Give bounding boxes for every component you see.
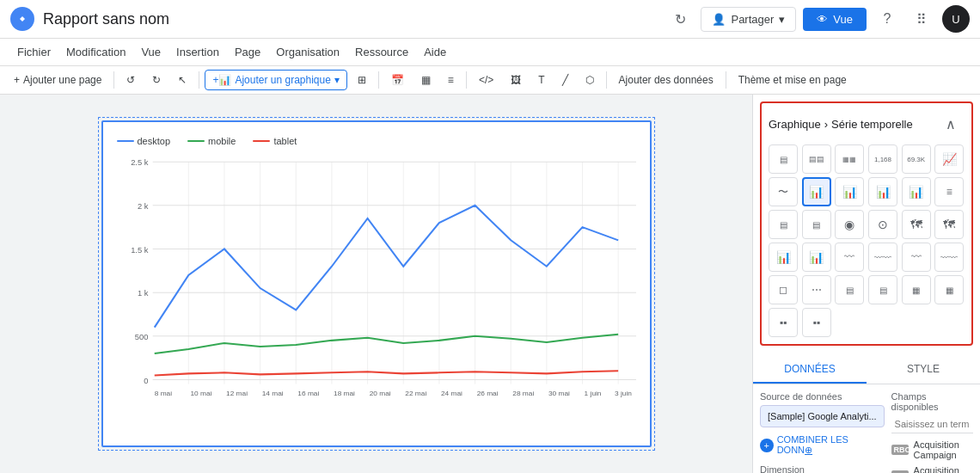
code-tool[interactable]: </> xyxy=(472,71,500,89)
apps-button[interactable]: ⠿ xyxy=(908,5,935,33)
menu-modification[interactable]: Modification xyxy=(59,42,132,62)
app-logo xyxy=(10,7,34,31)
share-dropdown-icon: ▾ xyxy=(779,13,785,26)
chart-type-pivot2[interactable]: ▤ xyxy=(868,275,897,304)
chart-type-donut[interactable]: ⊙ xyxy=(868,210,897,239)
help-button[interactable]: ? xyxy=(873,5,901,33)
image-tool[interactable]: 🖼 xyxy=(504,71,528,89)
chart-type-hbar-stacked[interactable]: ▪▪ xyxy=(802,308,831,337)
combine-label: COMBINER LES DONN⊕ xyxy=(777,434,885,456)
tab-style[interactable]: STYLE xyxy=(867,356,980,384)
separator-6 xyxy=(726,71,726,89)
chart-type-indicator[interactable]: 1,168 xyxy=(868,144,897,174)
chart-type-formatted2[interactable]: ▦ xyxy=(934,275,964,304)
line-tool[interactable]: ╱ xyxy=(555,71,575,89)
svg-text:1 k: 1 k xyxy=(137,289,148,298)
chart-type-timeseries[interactable]: 📈 xyxy=(934,144,964,174)
chart-type-multiline[interactable]: 〰 xyxy=(835,243,864,272)
add-chart-button[interactable]: +📊 Ajouter un graphique ▾ xyxy=(205,70,346,90)
field-search-input[interactable] xyxy=(891,415,973,433)
redo-button[interactable]: ↻ xyxy=(145,71,168,89)
field-label-0: Acquisition Campaign xyxy=(914,439,973,460)
legend-label-mobile: mobile xyxy=(208,136,236,146)
select-tool[interactable]: ↖ xyxy=(171,71,193,89)
menu-vue[interactable]: Vue xyxy=(134,42,168,62)
breadcrumb-graphique: Graphique xyxy=(769,118,821,131)
source-label: Source de données xyxy=(760,391,885,402)
menu-page[interactable]: Page xyxy=(228,42,267,62)
data-source-button[interactable]: [Sample] Google Analyti... xyxy=(760,405,885,427)
menu-fichier[interactable]: Fichier xyxy=(10,42,58,62)
share-button[interactable]: 👤 Partager ▾ xyxy=(701,7,796,32)
chart-type-smooth[interactable]: 〜 xyxy=(769,177,798,206)
chart-selector: Graphique › Série temporelle ∧ ▤ ▤▤ ▦▦ 1… xyxy=(760,101,973,346)
svg-text:3 juin: 3 juin xyxy=(615,390,632,397)
list-tool[interactable]: ≡ xyxy=(441,71,461,89)
plus-icon: + xyxy=(760,439,774,452)
chart-type-bar-grouped[interactable]: 📊 xyxy=(835,177,864,206)
svg-text:12 mai: 12 mai xyxy=(226,390,248,397)
chart-type-pie[interactable]: ◉ xyxy=(835,210,864,239)
menu-aide[interactable]: Aide xyxy=(417,42,453,62)
chart-type-scatter[interactable]: ◻ xyxy=(769,275,798,304)
shapes-tool[interactable]: ⬡ xyxy=(579,71,601,89)
chart-type-lines[interactable]: ≡ xyxy=(934,177,964,206)
data-col-left: Source de données [Sample] Google Analyt… xyxy=(760,391,885,473)
svg-text:0: 0 xyxy=(144,377,148,385)
chart-type-selected[interactable]: 📊 xyxy=(802,177,831,206)
add-chart-icon: +📊 xyxy=(212,74,231,86)
avatar[interactable]: U xyxy=(942,5,970,33)
svg-text:1 juin: 1 juin xyxy=(584,390,601,397)
svg-text:14 mai: 14 mai xyxy=(261,390,283,397)
chart-type-histo-stacked[interactable]: 📊 xyxy=(802,243,831,272)
add-data-tool[interactable]: ⊞ xyxy=(351,71,373,89)
legend-dot-tablet xyxy=(253,140,270,142)
chart-type-multiline2[interactable]: 〰〰 xyxy=(868,243,897,272)
chart-type-summary[interactable]: ▤ xyxy=(769,210,798,239)
menu-organisation[interactable]: Organisation xyxy=(269,42,346,62)
svg-text:2 k: 2 k xyxy=(137,202,148,211)
close-panel-button[interactable]: ∧ xyxy=(937,110,965,138)
chart-type-bar-100[interactable]: 📊 xyxy=(902,177,931,206)
chart-type-choropleth[interactable]: 🗺 xyxy=(934,210,964,239)
date-range-tool[interactable]: 📅 xyxy=(384,71,411,89)
main-content: desktop mobile tablet xyxy=(0,95,980,473)
combine-button[interactable]: + COMBINER LES DONN⊕ xyxy=(760,433,885,458)
add-page-button[interactable]: + Ajouter une page xyxy=(7,71,108,89)
theme-button[interactable]: Thème et mise en page xyxy=(732,71,854,89)
separator-2 xyxy=(199,71,199,89)
svg-text:20 mai: 20 mai xyxy=(369,390,390,397)
top-bar: Rapport sans nom ↻ 👤 Partager ▾ 👁 Vue ? … xyxy=(0,0,980,39)
chart-type-bubble[interactable]: ⋯ xyxy=(802,275,831,304)
chart-type-summary2[interactable]: ▤ xyxy=(802,210,831,239)
toolbar: + Ajouter une page ↺ ↻ ↖ +📊 Ajouter un g… xyxy=(0,66,980,95)
undo-button[interactable]: ↺ xyxy=(119,71,142,89)
chart-type-pivot[interactable]: ▤ xyxy=(835,275,864,304)
chart-type-smooth-multi[interactable]: 〰 xyxy=(902,243,931,272)
view-button[interactable]: 👁 Vue xyxy=(803,8,867,31)
chart-type-cross-table[interactable]: ▤▤ xyxy=(802,144,831,174)
refresh-button[interactable]: ↻ xyxy=(666,5,694,33)
text-tool[interactable]: T xyxy=(531,71,551,89)
chart-type-smooth-multi2[interactable]: 〰〰 xyxy=(934,243,964,272)
field-acquisition-campaign: RBC Acquisition Campaign xyxy=(891,437,973,463)
chart-type-geo[interactable]: 🗺 xyxy=(902,210,931,239)
panel-header: Graphique › Série temporelle ∧ xyxy=(769,110,965,138)
field-label-1: Acquisition Channel xyxy=(914,465,973,473)
chart-type-formatted[interactable]: ▦ xyxy=(902,275,931,304)
canvas-area[interactable]: desktop mobile tablet xyxy=(0,95,752,473)
chart-type-scorecard-multi[interactable]: ▦▦ xyxy=(835,144,864,174)
filter-tool[interactable]: ▦ xyxy=(414,71,438,89)
chart-type-big-number[interactable]: 69.3K xyxy=(902,144,931,174)
chart-type-histo[interactable]: 📊 xyxy=(769,243,798,272)
legend-dot-mobile xyxy=(187,140,205,142)
chart-container[interactable]: desktop mobile tablet xyxy=(101,120,652,447)
breadcrumb-arrow: › xyxy=(824,118,828,131)
chart-type-hbar-grouped[interactable]: ▪▪ xyxy=(769,308,798,337)
menu-insertion[interactable]: Insertion xyxy=(169,42,226,62)
menu-ressource[interactable]: Ressource xyxy=(348,42,415,62)
chart-type-table[interactable]: ▤ xyxy=(769,144,798,174)
tab-donnees[interactable]: DONNÉES xyxy=(753,356,867,384)
add-data-button[interactable]: Ajouter des données xyxy=(612,71,720,89)
chart-type-bar-stacked[interactable]: 📊 xyxy=(868,177,897,206)
